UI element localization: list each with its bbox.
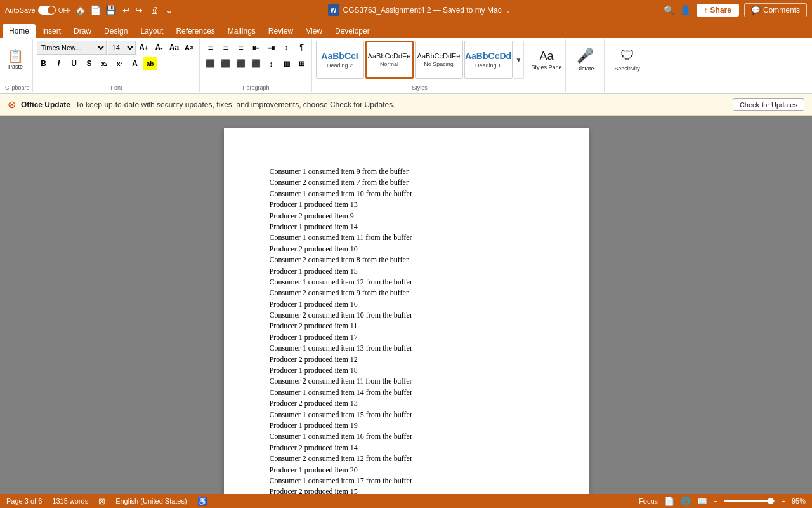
- tab-view[interactable]: View: [299, 24, 329, 38]
- font-size-select[interactable]: 14: [108, 41, 136, 55]
- superscript-button[interactable]: x²: [113, 57, 127, 70]
- decrease-indent-button[interactable]: ⇤: [249, 41, 263, 55]
- clear-format-button[interactable]: A✕: [183, 41, 197, 55]
- line-spacing-button[interactable]: ↕: [265, 57, 278, 70]
- show-para-button[interactable]: ¶: [295, 41, 309, 55]
- doc-line: Consumer 1 consumed item 17 from the buf…: [270, 476, 543, 486]
- strikethrough-button[interactable]: S: [82, 57, 96, 70]
- sensitivity-button[interactable]: 🛡 Sensitivity: [608, 41, 646, 79]
- title-chevron-icon[interactable]: ⌄: [506, 7, 511, 14]
- check-updates-button[interactable]: Check for Updates: [733, 98, 804, 111]
- comments-label: Comments: [763, 6, 800, 15]
- increase-indent-button[interactable]: ⇥: [265, 41, 278, 55]
- style-normal-preview: AaBbCcDdEe: [368, 52, 411, 60]
- zoom-in-icon[interactable]: +: [782, 497, 785, 505]
- tab-insert[interactable]: Insert: [36, 24, 67, 38]
- style-card-normal[interactable]: AaBbCcDdEe Normal: [365, 41, 414, 79]
- align-center-button[interactable]: ⬛: [219, 57, 233, 70]
- dictate-group: 🎤 Dictate: [567, 39, 605, 92]
- save-icon[interactable]: 💾: [105, 4, 117, 16]
- style-heading2-label: Heading 2: [327, 62, 353, 69]
- tab-draw[interactable]: Draw: [67, 24, 98, 38]
- zoom-level[interactable]: 95%: [792, 497, 806, 505]
- style-card-heading1[interactable]: AaBbCcDd Heading 1: [464, 41, 513, 79]
- bold-button[interactable]: B: [37, 57, 51, 70]
- dictate-label: Dictate: [577, 65, 594, 72]
- font-size-up-button[interactable]: A+: [137, 41, 151, 55]
- tab-references[interactable]: References: [169, 24, 221, 38]
- tab-home[interactable]: Home: [3, 24, 36, 38]
- word-count: 1315 words: [52, 497, 88, 505]
- ribbon: 📋 Paste Clipboard Times New... 14 A+ A- …: [0, 38, 812, 94]
- numbering-button[interactable]: ≡: [219, 41, 233, 55]
- read-mode-icon[interactable]: 📖: [697, 497, 707, 506]
- subscript-button[interactable]: x₂: [98, 57, 112, 70]
- word-app-icon: W: [328, 4, 339, 16]
- search-icon[interactable]: 🔍: [664, 4, 675, 16]
- track-changes-icon[interactable]: ⊠: [98, 497, 105, 506]
- styles-pane-button[interactable]: Aa Styles Pane: [531, 41, 563, 79]
- zoom-out-icon[interactable]: −: [714, 497, 717, 505]
- accessibility-icon[interactable]: ♿: [197, 497, 207, 506]
- gallery-scroll-button[interactable]: ▼: [514, 41, 524, 79]
- multilevel-button[interactable]: ≡: [234, 41, 248, 55]
- doc-line: Producer 2 produced item 13: [270, 398, 543, 409]
- more-commands-icon[interactable]: ⌄: [164, 4, 175, 16]
- ribbon-tabs: Home Insert Draw Design Layout Reference…: [0, 20, 812, 38]
- change-case-button[interactable]: Aa: [167, 41, 181, 55]
- font-color-button[interactable]: A: [128, 57, 142, 70]
- paragraph-group-label: Paragraph: [204, 83, 309, 91]
- font-row2: B I U S x₂ x² A ab: [37, 57, 157, 70]
- tab-developer[interactable]: Developer: [329, 24, 376, 38]
- font-size-down-button[interactable]: A-: [152, 41, 166, 55]
- redo-icon[interactable]: ↪: [133, 4, 145, 16]
- zoom-slider[interactable]: [724, 500, 775, 502]
- print-icon[interactable]: 🖨: [148, 4, 160, 16]
- zoom-slider-fill: [724, 500, 768, 502]
- tab-review[interactable]: Review: [262, 24, 299, 38]
- align-right-button[interactable]: ⬛: [234, 57, 248, 70]
- style-card-nospacing[interactable]: AaBbCcDdEe No Spacing: [415, 41, 463, 79]
- share-button[interactable]: ↑ Share: [697, 4, 739, 17]
- underline-button[interactable]: U: [67, 57, 81, 70]
- sensitivity-icon: 🛡: [620, 48, 634, 64]
- highlight-button[interactable]: ab: [143, 57, 157, 70]
- doc-line: Producer 1 produced item 13: [270, 199, 543, 210]
- paste-button[interactable]: 📋 Paste: [5, 41, 26, 79]
- bullets-button[interactable]: ≡: [204, 41, 218, 55]
- doc-line: Producer 2 produced item 15: [270, 486, 543, 494]
- web-layout-icon[interactable]: 🌐: [681, 497, 691, 506]
- undo-icon[interactable]: ↩: [121, 4, 132, 16]
- borders-button[interactable]: ⊞: [295, 57, 309, 70]
- new-doc-icon[interactable]: 📄: [90, 4, 102, 16]
- undo-redo-group: ↩ ↪: [121, 4, 145, 16]
- italic-button[interactable]: I: [52, 57, 66, 70]
- styles-pane-label: Styles Pane: [532, 64, 562, 70]
- align-left-button[interactable]: ⬛: [204, 57, 218, 70]
- font-name-select[interactable]: Times New...: [37, 41, 107, 55]
- style-heading1-label: Heading 1: [475, 62, 501, 69]
- print-layout-icon[interactable]: 📄: [664, 497, 674, 506]
- statusbar: Page 3 of 6 1315 words ⊠ English (United…: [0, 494, 812, 508]
- dictate-button[interactable]: 🎤 Dictate: [570, 41, 601, 79]
- document-page: Consumer 1 consumed item 9 from the buff…: [224, 128, 589, 494]
- paste-group: 📋 Paste Clipboard: [3, 39, 33, 92]
- doc-line: Producer 2 produced item 12: [270, 354, 543, 365]
- doc-line: Producer 1 produced item 15: [270, 266, 543, 277]
- account-icon[interactable]: 👤: [680, 4, 691, 16]
- doc-line: Consumer 1 consumed item 16 from the buf…: [270, 431, 543, 442]
- doc-line: Consumer 2 consumed item 12 from the buf…: [270, 453, 543, 464]
- tab-design[interactable]: Design: [98, 24, 134, 38]
- autosave-pill[interactable]: [38, 6, 56, 15]
- focus-label[interactable]: Focus: [639, 497, 658, 505]
- justify-button[interactable]: ⬛: [249, 57, 263, 70]
- shading-button[interactable]: ▥: [280, 57, 294, 70]
- tab-mailings[interactable]: Mailings: [221, 24, 262, 38]
- tab-layout[interactable]: Layout: [134, 24, 169, 38]
- doc-line: Consumer 2 consumed item 10 from the buf…: [270, 310, 543, 321]
- style-card-heading2[interactable]: AaBbCcI Heading 2: [316, 41, 364, 79]
- autosave-toggle[interactable]: AutoSave OFF: [5, 6, 71, 15]
- sort-button[interactable]: ↕: [280, 41, 294, 55]
- comments-button[interactable]: 💬 Comments: [744, 3, 807, 17]
- home-icon[interactable]: 🏠: [75, 4, 86, 16]
